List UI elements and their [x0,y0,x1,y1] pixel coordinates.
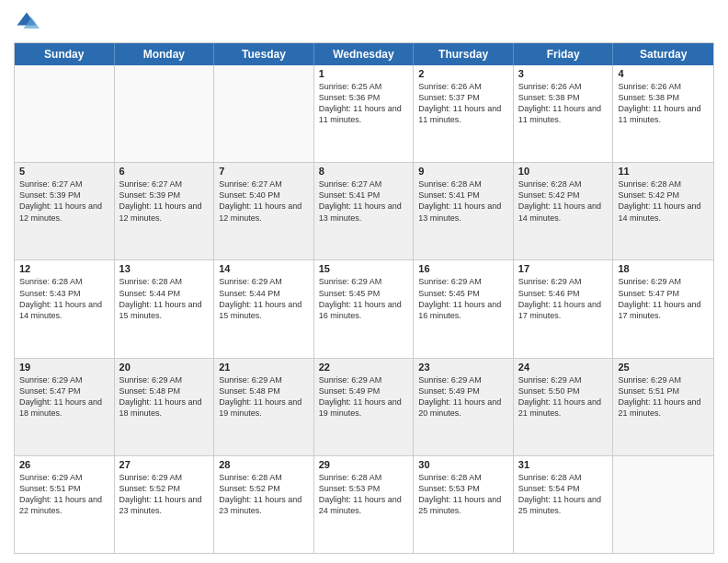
cell-info: Sunrise: 6:29 AM Sunset: 5:50 PM Dayligh… [518,374,609,419]
calendar-cell: 2Sunrise: 6:26 AM Sunset: 5:37 PM Daylig… [414,65,514,162]
cell-day-number: 21 [219,362,309,373]
calendar-header-cell: Monday [115,43,215,65]
cell-day-number: 9 [418,166,508,177]
cell-day-number: 7 [219,166,309,177]
cell-day-number: 31 [518,459,609,470]
calendar-cell: 10Sunrise: 6:28 AM Sunset: 5:42 PM Dayli… [514,163,614,259]
cell-day-number: 29 [319,459,409,470]
cell-day-number: 13 [119,263,210,274]
cell-info: Sunrise: 6:28 AM Sunset: 5:52 PM Dayligh… [219,472,309,517]
cell-info: Sunrise: 6:29 AM Sunset: 5:44 PM Dayligh… [219,276,309,321]
calendar-cell [613,456,713,553]
calendar-header-cell: Saturday [613,43,713,65]
cell-info: Sunrise: 6:27 AM Sunset: 5:39 PM Dayligh… [19,178,109,224]
cell-info: Sunrise: 6:29 AM Sunset: 5:49 PM Dayligh… [319,374,409,419]
calendar-cell: 24Sunrise: 6:29 AM Sunset: 5:50 PM Dayli… [514,359,614,455]
cell-day-number: 19 [19,362,109,373]
cell-day-number: 5 [19,166,109,177]
cell-day-number: 22 [319,362,409,373]
calendar-cell: 15Sunrise: 6:29 AM Sunset: 5:45 PM Dayli… [314,260,415,357]
cell-info: Sunrise: 6:28 AM Sunset: 5:53 PM Dayligh… [319,472,409,517]
calendar-cell: 20Sunrise: 6:29 AM Sunset: 5:48 PM Dayli… [115,359,215,455]
logo [14,9,43,35]
header [14,9,714,35]
cell-day-number: 11 [618,166,709,177]
cell-info: Sunrise: 6:28 AM Sunset: 5:43 PM Dayligh… [19,276,109,321]
cell-day-number: 6 [119,166,210,177]
calendar-header-cell: Sunday [15,43,115,65]
cell-day-number: 26 [19,459,109,470]
calendar-body: 1Sunrise: 6:25 AM Sunset: 5:36 PM Daylig… [15,65,713,553]
cell-info: Sunrise: 6:29 AM Sunset: 5:46 PM Dayligh… [518,276,609,321]
cell-day-number: 10 [518,166,609,177]
cell-day-number: 27 [119,459,210,470]
calendar-cell: 19Sunrise: 6:29 AM Sunset: 5:47 PM Dayli… [15,359,115,455]
calendar-header-cell: Tuesday [214,43,314,65]
calendar-cell: 22Sunrise: 6:29 AM Sunset: 5:49 PM Dayli… [314,359,415,455]
cell-info: Sunrise: 6:29 AM Sunset: 5:47 PM Dayligh… [19,374,109,419]
calendar-cell: 14Sunrise: 6:29 AM Sunset: 5:44 PM Dayli… [214,260,314,357]
cell-info: Sunrise: 6:27 AM Sunset: 5:40 PM Dayligh… [219,178,309,224]
cell-info: Sunrise: 6:27 AM Sunset: 5:41 PM Dayligh… [319,178,409,224]
calendar-cell: 13Sunrise: 6:28 AM Sunset: 5:44 PM Dayli… [115,260,215,357]
cell-day-number: 15 [319,263,409,274]
calendar-header-cell: Wednesday [314,43,415,65]
calendar-row: 1Sunrise: 6:25 AM Sunset: 5:36 PM Daylig… [15,65,713,162]
calendar-cell [15,65,115,162]
calendar-cell: 31Sunrise: 6:28 AM Sunset: 5:54 PM Dayli… [514,456,614,553]
calendar-row: 5Sunrise: 6:27 AM Sunset: 5:39 PM Daylig… [15,162,713,259]
calendar-cell: 28Sunrise: 6:28 AM Sunset: 5:52 PM Dayli… [214,456,314,553]
cell-day-number: 14 [219,263,309,274]
cell-info: Sunrise: 6:28 AM Sunset: 5:44 PM Dayligh… [119,276,210,321]
calendar-cell: 6Sunrise: 6:27 AM Sunset: 5:39 PM Daylig… [115,163,215,259]
calendar-cell: 9Sunrise: 6:28 AM Sunset: 5:41 PM Daylig… [414,163,514,259]
cell-info: Sunrise: 6:28 AM Sunset: 5:54 PM Dayligh… [518,472,609,517]
calendar-cell: 29Sunrise: 6:28 AM Sunset: 5:53 PM Dayli… [314,456,415,553]
cell-info: Sunrise: 6:29 AM Sunset: 5:51 PM Dayligh… [618,374,709,419]
calendar-cell: 3Sunrise: 6:26 AM Sunset: 5:38 PM Daylig… [514,65,614,162]
calendar-cell [115,65,215,162]
cell-info: Sunrise: 6:29 AM Sunset: 5:45 PM Dayligh… [319,276,409,321]
calendar-cell: 11Sunrise: 6:28 AM Sunset: 5:42 PM Dayli… [613,163,713,259]
cell-info: Sunrise: 6:29 AM Sunset: 5:48 PM Dayligh… [219,374,309,419]
calendar-cell: 16Sunrise: 6:29 AM Sunset: 5:45 PM Dayli… [414,260,514,357]
cell-info: Sunrise: 6:28 AM Sunset: 5:42 PM Dayligh… [518,178,609,224]
calendar-cell: 21Sunrise: 6:29 AM Sunset: 5:48 PM Dayli… [214,359,314,455]
cell-info: Sunrise: 6:25 AM Sunset: 5:36 PM Dayligh… [319,81,409,126]
cell-day-number: 20 [119,362,210,373]
cell-info: Sunrise: 6:29 AM Sunset: 5:47 PM Dayligh… [618,276,709,321]
cell-info: Sunrise: 6:26 AM Sunset: 5:38 PM Dayligh… [518,81,609,126]
cell-day-number: 1 [319,68,409,79]
calendar-header-cell: Thursday [414,43,514,65]
cell-day-number: 8 [319,166,409,177]
cell-info: Sunrise: 6:27 AM Sunset: 5:39 PM Dayligh… [119,178,210,224]
calendar-cell: 1Sunrise: 6:25 AM Sunset: 5:36 PM Daylig… [314,65,415,162]
calendar-cell: 30Sunrise: 6:28 AM Sunset: 5:53 PM Dayli… [414,456,514,553]
cell-info: Sunrise: 6:29 AM Sunset: 5:52 PM Dayligh… [119,472,210,517]
cell-day-number: 17 [518,263,609,274]
calendar-header: SundayMondayTuesdayWednesdayThursdayFrid… [15,43,713,65]
cell-info: Sunrise: 6:28 AM Sunset: 5:41 PM Dayligh… [418,178,508,224]
calendar-cell: 8Sunrise: 6:27 AM Sunset: 5:41 PM Daylig… [314,163,415,259]
calendar-cell: 25Sunrise: 6:29 AM Sunset: 5:51 PM Dayli… [613,359,713,455]
cell-day-number: 28 [219,459,309,470]
cell-day-number: 12 [19,263,109,274]
cell-info: Sunrise: 6:29 AM Sunset: 5:45 PM Dayligh… [418,276,508,321]
calendar-cell: 5Sunrise: 6:27 AM Sunset: 5:39 PM Daylig… [15,163,115,259]
calendar-cell: 26Sunrise: 6:29 AM Sunset: 5:51 PM Dayli… [15,456,115,553]
calendar-header-cell: Friday [514,43,614,65]
calendar-cell [214,65,314,162]
calendar-cell: 27Sunrise: 6:29 AM Sunset: 5:52 PM Dayli… [115,456,215,553]
calendar-cell: 12Sunrise: 6:28 AM Sunset: 5:43 PM Dayli… [15,260,115,357]
cell-info: Sunrise: 6:28 AM Sunset: 5:53 PM Dayligh… [418,472,508,517]
logo-icon [14,9,40,35]
cell-info: Sunrise: 6:26 AM Sunset: 5:37 PM Dayligh… [418,81,508,126]
cell-day-number: 16 [418,263,508,274]
calendar: SundayMondayTuesdayWednesdayThursdayFrid… [14,42,714,554]
calendar-cell: 7Sunrise: 6:27 AM Sunset: 5:40 PM Daylig… [214,163,314,259]
cell-day-number: 23 [418,362,508,373]
cell-day-number: 3 [518,68,609,79]
cell-info: Sunrise: 6:28 AM Sunset: 5:42 PM Dayligh… [618,178,709,224]
cell-info: Sunrise: 6:26 AM Sunset: 5:38 PM Dayligh… [618,81,709,126]
cell-day-number: 2 [418,68,508,79]
